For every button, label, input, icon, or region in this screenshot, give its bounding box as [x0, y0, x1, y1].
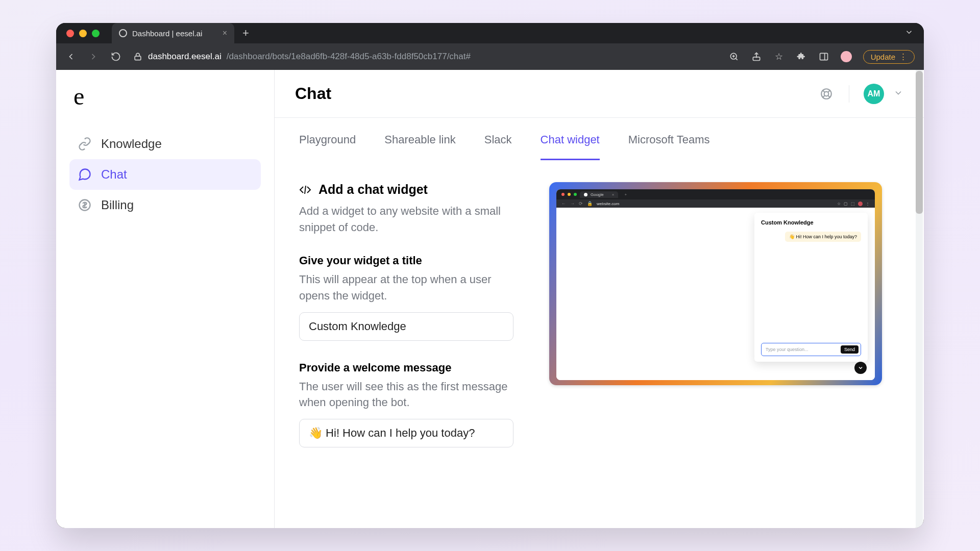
- widget-title-input[interactable]: [299, 312, 513, 341]
- preview-forward-icon: →: [570, 201, 575, 206]
- field-label-welcome: Provide a welcome message: [299, 361, 524, 374]
- field-desc-welcome: The user will see this as the first mess…: [299, 379, 524, 411]
- bookmark-star-icon[interactable]: ☆: [773, 51, 785, 62]
- sidebar-item-chat[interactable]: Chat: [69, 159, 261, 190]
- share-icon[interactable]: [751, 51, 762, 62]
- sidebar-item-label: Knowledge: [101, 137, 162, 151]
- preview-tab-favicon: [584, 193, 587, 196]
- svg-line-12: [828, 95, 830, 97]
- url-path: /dashboard/bots/1e8ad6fb-428f-48d5-a63b-…: [227, 52, 471, 62]
- preview-nav-bar: ← → ⟳ 🔒 website.com ☆ ▢ ⬚ ⋮: [556, 199, 875, 208]
- svg-line-15: [305, 186, 306, 194]
- preview-greeting-bubble: 👋 Hi! How can I help you today?: [785, 232, 861, 242]
- nav-reload-button[interactable]: [110, 51, 121, 62]
- preview-tab: Google ×: [580, 191, 618, 198]
- browser-toolbar: dashboard.eesel.ai/dashboard/bots/1e8ad6…: [56, 43, 924, 70]
- tab-slack[interactable]: Slack: [484, 133, 512, 160]
- sidebar-item-knowledge[interactable]: Knowledge: [69, 129, 261, 159]
- svg-rect-6: [820, 53, 827, 60]
- tabs-overflow-icon[interactable]: [904, 28, 914, 39]
- app-sidebar: e Knowledge Chat Billing: [56, 70, 275, 528]
- sidepanel-icon[interactable]: [818, 51, 829, 62]
- sidebar-item-label: Chat: [101, 167, 127, 182]
- widget-preview: Google × + ← → ⟳ 🔒 website.com: [549, 182, 899, 447]
- browser-tab-strip: Dashboard | eesel.ai × +: [56, 23, 924, 43]
- preview-page: Custom Knowledge 👋 Hi! How can I help yo…: [556, 208, 875, 380]
- lock-icon: [133, 52, 143, 62]
- preview-menu-icon: ⋮: [866, 202, 870, 206]
- page-title: Chat: [295, 84, 818, 103]
- tab-favicon: [119, 29, 127, 37]
- url-host: dashboard.eesel.ai: [148, 52, 222, 62]
- preview-min-dot: [568, 193, 571, 196]
- code-icon: [299, 184, 311, 196]
- preview-star-icon: ☆: [837, 202, 841, 206]
- help-button[interactable]: [818, 86, 835, 102]
- welcome-message-input[interactable]: [299, 419, 513, 447]
- address-bar[interactable]: dashboard.eesel.ai/dashboard/bots/1e8ad6…: [133, 52, 471, 62]
- user-menu-chevron-icon[interactable]: [893, 88, 903, 100]
- lifebuoy-icon: [820, 87, 833, 101]
- settings-column: Add a chat widget Add a widget to any we…: [299, 182, 524, 447]
- window-minimize-button[interactable]: [79, 30, 87, 37]
- svg-line-4: [736, 58, 737, 60]
- svg-line-14: [822, 95, 824, 97]
- preview-input-placeholder: Type your question...: [766, 347, 841, 352]
- content-header: Chat AM: [275, 70, 924, 118]
- update-label: Update: [871, 53, 895, 61]
- sidebar-item-label: Billing: [101, 198, 134, 212]
- profile-avatar[interactable]: [841, 51, 852, 62]
- dollar-circle-icon: [78, 198, 92, 212]
- preview-ext-icon: ⬚: [851, 202, 855, 206]
- preview-square-icon: ▢: [844, 202, 848, 206]
- svg-line-13: [828, 90, 830, 92]
- window-close-button[interactable]: [66, 30, 74, 37]
- tab-ms-teams[interactable]: Microsoft Teams: [628, 133, 710, 160]
- section-heading-add-widget: Add a chat widget: [299, 182, 524, 197]
- app-logo: e: [69, 82, 261, 129]
- field-desc-title: This will appear at the top when a user …: [299, 271, 524, 304]
- svg-rect-0: [135, 56, 141, 60]
- section-heading-text: Add a chat widget: [318, 182, 428, 197]
- link-icon: [78, 137, 92, 151]
- zoom-icon[interactable]: [728, 51, 740, 62]
- section-desc-add-widget: Add a widget to any website with a small…: [299, 203, 524, 236]
- window-controls: [66, 30, 100, 37]
- preview-new-tab-icon: +: [624, 192, 627, 197]
- new-tab-button[interactable]: +: [242, 27, 249, 40]
- preview-profile-icon: [858, 202, 863, 206]
- preview-chat-input: Type your question... Send: [761, 343, 861, 356]
- field-label-title: Give your widget a title: [299, 254, 524, 267]
- tab-chat-widget[interactable]: Chat widget: [541, 133, 600, 160]
- extensions-icon[interactable]: [796, 51, 807, 62]
- preview-browser: Google × + ← → ⟳ 🔒 website.com: [556, 189, 875, 380]
- tab-playground[interactable]: Playground: [299, 133, 356, 160]
- header-divider: [849, 85, 849, 103]
- user-avatar[interactable]: AM: [864, 84, 884, 104]
- nav-forward-button[interactable]: [88, 51, 99, 62]
- nav-back-button[interactable]: [65, 51, 77, 62]
- preview-chat-panel: Custom Knowledge 👋 Hi! How can I help yo…: [754, 213, 868, 362]
- chevron-down-icon: [857, 365, 864, 371]
- window-zoom-button[interactable]: [92, 30, 100, 37]
- page-viewport: e Knowledge Chat Billing Chat AM: [56, 70, 924, 528]
- preview-reload-icon: ⟳: [579, 201, 583, 206]
- update-button[interactable]: Update ⋮: [863, 50, 915, 64]
- tab-shareable-link[interactable]: Shareable link: [384, 133, 455, 160]
- svg-point-10: [824, 91, 829, 96]
- scrollbar-thumb[interactable]: [916, 71, 923, 214]
- chat-icon: [78, 167, 92, 182]
- sidebar-item-billing[interactable]: Billing: [69, 190, 261, 220]
- preview-tab-title: Google: [591, 192, 604, 197]
- preview-send-button: Send: [841, 345, 859, 354]
- tab-close-icon[interactable]: ×: [223, 29, 227, 38]
- svg-line-11: [822, 90, 824, 92]
- preview-close-dot: [561, 193, 565, 196]
- preview-launcher-fab: [854, 362, 867, 374]
- preview-url: website.com: [597, 202, 619, 206]
- tab-title: Dashboard | eesel.ai: [132, 29, 202, 38]
- browser-tab-active[interactable]: Dashboard | eesel.ai ×: [112, 23, 234, 43]
- content-area: Chat AM Playground Shareable link Slack …: [275, 70, 924, 528]
- preview-widget-title: Custom Knowledge: [761, 219, 861, 226]
- browser-window: Dashboard | eesel.ai × + dashboard.eesel…: [56, 23, 924, 528]
